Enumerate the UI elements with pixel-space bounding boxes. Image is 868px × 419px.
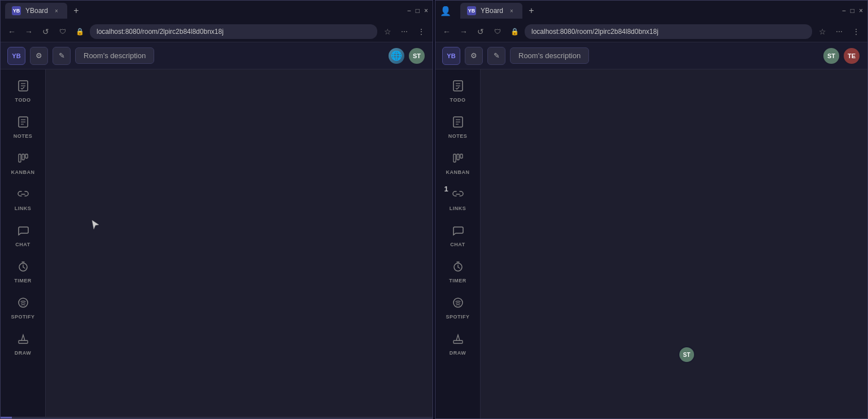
- app-content-left: YB ⚙ ✎ Room's description 🌐 ST: [1, 42, 433, 418]
- sidebar-item-kanban-left[interactable]: KANBAN: [5, 146, 41, 180]
- sidebar-item-timer-right[interactable]: TIMER: [440, 255, 476, 289]
- spotify-icon-right: [452, 296, 464, 312]
- notes-icon-left: [17, 116, 29, 131]
- maximize-btn-right[interactable]: □: [850, 7, 854, 15]
- tab-bar-right: 👤 YB YBoard × + − □ ×: [435, 1, 867, 21]
- svg-rect-25: [457, 154, 459, 160]
- links-icon-right: [452, 188, 464, 203]
- room-description-right[interactable]: Room's description: [510, 47, 589, 64]
- chat-label-right: CHAT: [450, 242, 465, 247]
- avatar-st-right: ST: [822, 47, 840, 65]
- minimize-btn-right[interactable]: −: [842, 7, 846, 15]
- sidebar-item-spotify-right[interactable]: SPOTIFY: [440, 291, 476, 325]
- tab-left[interactable]: YB YBoard ×: [5, 3, 67, 19]
- spotify-label-left: SPOTIFY: [11, 314, 34, 320]
- svg-rect-26: [460, 154, 463, 158]
- tab-new-left[interactable]: +: [69, 4, 83, 18]
- notes-label-left: NOTES: [14, 133, 33, 139]
- user-cursor-st: ST: [678, 346, 695, 363]
- lock-icon-left: 🔒: [73, 25, 86, 38]
- todo-label-right: TODO: [450, 97, 466, 103]
- reload-btn-left[interactable]: ↺: [39, 25, 53, 38]
- reload-btn-right[interactable]: ↺: [474, 25, 487, 38]
- edit-btn-left[interactable]: ✎: [53, 47, 71, 65]
- sidebar-left: TODO NOTES: [1, 69, 46, 417]
- browser-window-left: YB YBoard × + − □ × ← → ↺ 🛡 🔒 ☆ ⋯ ⋮ YB ⚙…: [0, 0, 433, 419]
- notes-icon-right: [452, 116, 464, 131]
- sidebar-item-timer-left[interactable]: TIMER: [5, 255, 41, 289]
- svg-rect-24: [453, 154, 456, 162]
- edit-btn-right[interactable]: ✎: [487, 47, 505, 65]
- tab-title-right: YBoard: [481, 7, 503, 15]
- todo-icon-left: [17, 80, 29, 95]
- cursor-left: [91, 219, 100, 233]
- bookmark-btn-left[interactable]: ☆: [381, 25, 394, 38]
- sidebar-item-chat-left[interactable]: CHAT: [5, 219, 41, 252]
- sidebar-item-spotify-left[interactable]: SPOTIFY: [5, 291, 41, 325]
- tab-close-left[interactable]: ×: [53, 7, 60, 15]
- extensions-btn-left[interactable]: ⋯: [398, 25, 411, 38]
- links-label-right: LINKS: [450, 206, 466, 211]
- yb-logo-right[interactable]: YB: [442, 47, 460, 65]
- sidebar-item-notes-right[interactable]: NOTES: [440, 110, 476, 144]
- svg-rect-16: [19, 341, 28, 343]
- back-btn-right[interactable]: ←: [440, 25, 453, 38]
- spotify-icon-left: [17, 296, 29, 312]
- svg-line-30: [458, 267, 460, 268]
- menu-btn-right[interactable]: ⋮: [849, 25, 863, 38]
- room-description-left[interactable]: Room's description: [75, 47, 154, 64]
- url-input-left[interactable]: [90, 24, 377, 39]
- sidebar-item-kanban-right[interactable]: KANBAN: [440, 146, 476, 180]
- shield-icon-left: 🛡: [56, 25, 69, 38]
- minimize-btn-left[interactable]: −: [407, 7, 411, 15]
- links-label-left: LINKS: [15, 206, 32, 211]
- kanban-label-left: KANBAN: [11, 169, 35, 175]
- main-area-right: TODO NOTES: [435, 69, 867, 418]
- avatar-te-right: TE: [843, 47, 861, 65]
- settings-btn-left[interactable]: ⚙: [30, 47, 48, 65]
- svg-rect-8: [22, 154, 24, 160]
- sidebar-item-draw-right[interactable]: DRAW: [440, 327, 476, 361]
- close-btn-left[interactable]: ×: [424, 7, 428, 15]
- back-btn-left[interactable]: ←: [5, 25, 19, 38]
- draw-label-right: DRAW: [450, 350, 466, 356]
- svg-rect-9: [25, 154, 28, 158]
- sidebar-item-notes-left[interactable]: NOTES: [5, 110, 41, 144]
- timer-icon-left: [17, 260, 29, 276]
- tab-right[interactable]: YB YBoard ×: [460, 3, 522, 19]
- chat-icon-right: [452, 224, 464, 239]
- forward-btn-left[interactable]: →: [22, 25, 36, 38]
- draw-icon-right: [452, 333, 464, 348]
- progress-indicator-left: [1, 417, 12, 418]
- close-btn-right[interactable]: ×: [859, 7, 863, 15]
- bookmark-btn-right[interactable]: ☆: [815, 25, 829, 38]
- tab-close-right[interactable]: ×: [508, 7, 516, 15]
- maximize-btn-left[interactable]: □: [416, 7, 420, 15]
- address-bar-left: ← → ↺ 🛡 🔒 ☆ ⋯ ⋮: [1, 21, 433, 42]
- canvas-left[interactable]: [46, 69, 433, 417]
- svg-rect-7: [19, 154, 21, 162]
- sidebar-item-links-right[interactable]: 1 LINKS: [440, 182, 476, 216]
- sidebar-item-draw-left[interactable]: DRAW: [5, 327, 41, 361]
- sidebar-item-links-left[interactable]: LINKS: [5, 182, 41, 216]
- sidebar-item-todo-left[interactable]: TODO: [5, 74, 41, 108]
- extensions-btn-right[interactable]: ⋯: [832, 25, 846, 38]
- timer-label-left: TIMER: [14, 278, 32, 283]
- tab-favicon-left: YB: [12, 6, 21, 15]
- draw-label-left: DRAW: [15, 350, 32, 356]
- tab-bar-left: YB YBoard × + − □ ×: [1, 1, 433, 21]
- sidebar-item-chat-right[interactable]: CHAT: [440, 219, 476, 252]
- tab-new-right[interactable]: +: [525, 4, 538, 18]
- todo-icon-right: [452, 80, 464, 95]
- forward-btn-right[interactable]: →: [457, 25, 470, 38]
- canvas-right[interactable]: ST: [481, 69, 867, 418]
- lock-icon-right: 🔒: [508, 25, 521, 38]
- menu-btn-left[interactable]: ⋮: [415, 25, 428, 38]
- settings-btn-right[interactable]: ⚙: [465, 47, 483, 65]
- app-header-right: YB ⚙ ✎ Room's description ST TE: [435, 42, 867, 69]
- chat-label-left: CHAT: [15, 242, 30, 247]
- badge-1-right: 1: [444, 185, 448, 193]
- sidebar-item-todo-right[interactable]: TODO: [440, 74, 476, 108]
- url-input-right[interactable]: [525, 24, 812, 39]
- yb-logo-left[interactable]: YB: [7, 47, 25, 65]
